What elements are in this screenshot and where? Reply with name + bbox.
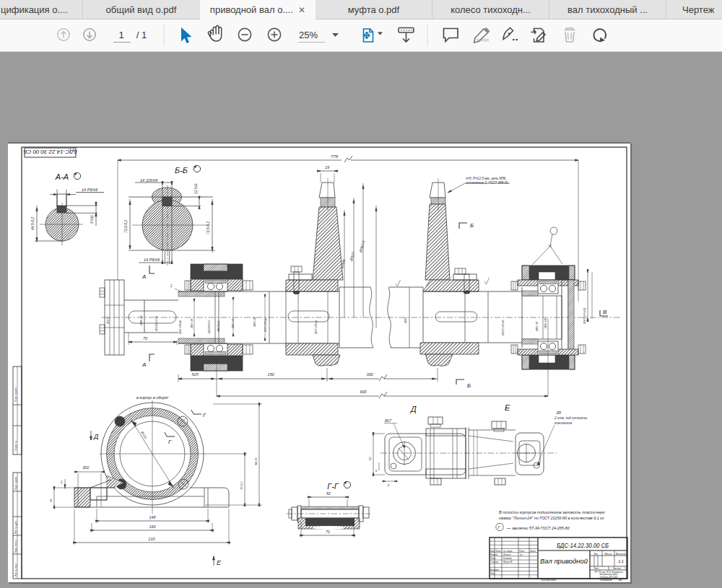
svg-text:35: 35 bbox=[49, 499, 53, 502]
svg-text:Г: Г bbox=[498, 525, 501, 530]
svg-text:70: 70 bbox=[143, 336, 148, 341]
svg-text:6: 6 bbox=[375, 469, 378, 473]
svg-text:Ø362,5: Ø362,5 bbox=[358, 240, 365, 254]
svg-text:Мороз М: Мороз М bbox=[503, 561, 513, 563]
svg-text:Ø130: Ø130 bbox=[106, 316, 110, 325]
svg-text:Изм: Изм bbox=[490, 550, 495, 553]
svg-text:Ø100 Н7/п6: Ø100 Н7/п6 bbox=[501, 320, 505, 336]
svg-text:Разраб.: Разраб. bbox=[490, 553, 498, 556]
svg-text:ѐ̅у: ѐ̅у bbox=[520, 553, 523, 556]
svg-text:Климова: Климова bbox=[503, 557, 512, 560]
svg-text:1: 1 bbox=[61, 481, 63, 484]
svg-text:А: А bbox=[142, 361, 146, 368]
svg-text:Ø70 Н9/дм: Ø70 Н9/дм bbox=[264, 317, 267, 333]
svg-text:Инв. № подл.: Инв. № подл. bbox=[14, 563, 17, 576]
svg-text:71: 71 bbox=[326, 530, 330, 534]
svg-text:2: 2 bbox=[170, 284, 173, 288]
svg-text:Ø80Л/к6: Ø80Л/к6 bbox=[217, 320, 220, 333]
svg-text:Подп.: Подп. bbox=[519, 550, 525, 553]
svg-text:Ø65 Н8: Ø65 Н8 bbox=[253, 316, 256, 328]
svg-text:Справ. №: Справ. № bbox=[14, 440, 17, 451]
svg-text:Ø60: Ø60 bbox=[404, 317, 407, 324]
svg-text:19: 19 bbox=[325, 165, 329, 170]
svg-text:Г-Г: Г-Г bbox=[327, 482, 339, 491]
svg-text:Дата: Дата bbox=[529, 550, 536, 553]
svg-text:778: 778 bbox=[331, 154, 339, 159]
svg-text:Ø70 Н9/рб: Ø70 Н9/рб bbox=[314, 320, 318, 335]
svg-text:Г: Г bbox=[168, 439, 172, 445]
svg-text:Ø65 Н8: Ø65 Н8 bbox=[544, 317, 547, 329]
svg-text:Масса: Масса bbox=[604, 553, 612, 556]
svg-text:Ø45 п6: Ø45 п6 bbox=[139, 315, 143, 326]
svg-text:БДС-14.22.30.00 СБ: БДС-14.22.30.00 СБ bbox=[557, 542, 609, 549]
svg-text:/ 1: / 1 bbox=[136, 30, 147, 40]
svg-text:Масштаб: Масштаб bbox=[616, 553, 627, 556]
svg-text:73,6-0,2: 73,6-0,2 bbox=[123, 219, 128, 233]
svg-text:Ø120: Ø120 bbox=[140, 430, 148, 439]
svg-text:Ø100Н7/п8: Ø100Н7/п8 bbox=[155, 315, 158, 332]
svg-text:210: 210 bbox=[147, 537, 155, 541]
svg-text:Ø327: Ø327 bbox=[349, 252, 355, 263]
svg-text:1: 1 bbox=[625, 567, 626, 570]
svg-text:— заклепки 5Т-34 ГОСТ 24-285-8: — заклепки 5Т-34 ГОСТ 24-285-80 bbox=[506, 526, 570, 530]
svg-text:А-А: А-А bbox=[55, 172, 69, 181]
svg-text:94,15: 94,15 bbox=[254, 457, 258, 465]
svg-text:Ø8: Ø8 bbox=[556, 411, 562, 415]
svg-text:Д: Д bbox=[409, 405, 417, 413]
svg-text:14 Р9/h9: 14 Р9/h9 bbox=[82, 188, 97, 192]
svg-text:исполнение 2, ГОСТ 888-81: исполнение 2, ГОСТ 888-81 bbox=[466, 181, 508, 185]
svg-text:600: 600 bbox=[360, 390, 367, 394]
svg-text:1: 1 bbox=[118, 30, 123, 40]
svg-text:Пров.: Пров. bbox=[490, 557, 496, 560]
svg-text:А1: А1 bbox=[618, 578, 622, 582]
svg-text:Ø65 d9: Ø65 d9 bbox=[190, 318, 193, 329]
svg-text:14 J29/h9: 14 J29/h9 bbox=[140, 178, 157, 183]
svg-text:Лист: Лист bbox=[495, 550, 501, 553]
svg-text:Б: Б bbox=[470, 222, 474, 229]
svg-text:конические: конические bbox=[554, 421, 573, 425]
svg-text:Ø32: Ø32 bbox=[82, 466, 90, 470]
svg-text:148: 148 bbox=[149, 515, 156, 519]
svg-text:Ø65 d9: Ø65 d9 bbox=[231, 318, 235, 329]
svg-text:Инв. № дубл.: Инв. № дубл. bbox=[14, 520, 17, 534]
svg-text:Ø100Н7/б11: Ø100Н7/б11 bbox=[583, 308, 586, 325]
svg-text:Взам. инв.№: Взам. инв.№ bbox=[14, 539, 17, 553]
svg-text:166: 166 bbox=[149, 525, 156, 529]
svg-text:12 h11: 12 h11 bbox=[193, 183, 198, 194]
svg-text:9 h11: 9 h11 bbox=[90, 215, 94, 224]
svg-text:Т.контр.: Т.контр. bbox=[490, 561, 499, 563]
svg-text:525: 525 bbox=[191, 372, 199, 377]
svg-text:Подп. и дата: Подп. и дата bbox=[14, 477, 17, 490]
svg-text:Ø55 Н9/к6: Ø55 Н9/к6 bbox=[178, 320, 182, 335]
svg-text:В полости корпусов подшипников: В полости корпусов подшипников заложить … bbox=[499, 510, 605, 514]
svg-text:82: 82 bbox=[326, 491, 331, 496]
svg-text:Формат: Формат bbox=[600, 578, 612, 582]
svg-text:44,5-0,2: 44,5-0,2 bbox=[30, 216, 35, 230]
svg-text:№ докум.: № докум. bbox=[503, 550, 513, 553]
svg-text:Вал приводной: Вал приводной bbox=[540, 557, 588, 565]
svg-text:в корпус в сборе!: в корпус в сборе! bbox=[136, 395, 169, 400]
svg-text:Е: Е bbox=[217, 559, 222, 566]
svg-text:Н.контр.: Н.контр. bbox=[490, 569, 500, 571]
svg-text:300: 300 bbox=[366, 372, 373, 377]
svg-text:Перв. примен.: Перв. примен. bbox=[14, 387, 17, 402]
svg-text:2 отв. под шплинты: 2 отв. под шплинты bbox=[554, 416, 588, 420]
svg-text:Утв.: Утв. bbox=[490, 572, 495, 575]
svg-text:Д: Д bbox=[93, 433, 99, 440]
svg-text:70-0,1: 70-0,1 bbox=[240, 481, 243, 490]
svg-text:z=8, Р=12,5 мм, цепь М56,: z=8, Р=12,5 мм, цепь М56, bbox=[465, 177, 507, 180]
svg-text:А: А bbox=[142, 273, 146, 280]
svg-text:БДС-14.22.30.00 СБ: БДС-14.22.30.00 СБ bbox=[23, 149, 77, 155]
svg-text:73,5-0,2: 73,5-0,2 bbox=[206, 221, 210, 234]
svg-text:Иванов: Иванов bbox=[503, 553, 511, 556]
svg-text:Б-Б: Б-Б bbox=[175, 166, 188, 175]
svg-text:Б: Б bbox=[467, 382, 471, 389]
svg-text:52: 52 bbox=[368, 457, 372, 460]
svg-text:25%: 25% bbox=[299, 30, 318, 40]
svg-text:14 Р9/h9: 14 Р9/h9 bbox=[144, 258, 160, 262]
svg-text:Г: Г bbox=[203, 412, 206, 418]
svg-text:В: В bbox=[603, 309, 607, 315]
svg-text:8: 8 bbox=[388, 483, 390, 487]
svg-text:Лит.: Лит. bbox=[593, 553, 598, 556]
svg-text:Ø17: Ø17 bbox=[384, 419, 391, 423]
